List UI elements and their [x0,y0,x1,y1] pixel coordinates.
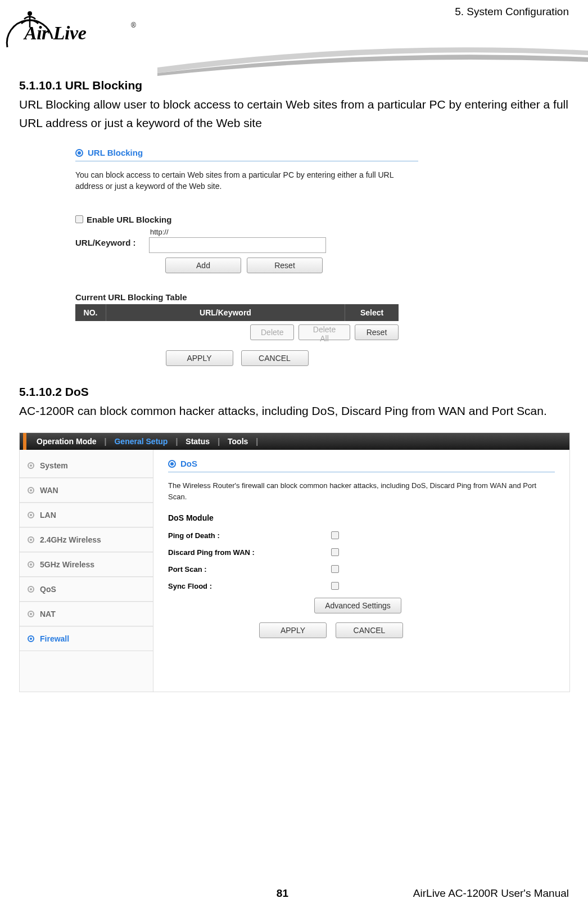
tab-tools[interactable]: Tools [222,437,254,446]
section-title: URL Blocking [65,79,142,92]
apply-cancel-row: APPLY CANCEL [75,350,399,366]
label-sync-flood: Sync Flood : [168,582,331,590]
dos-cancel-button[interactable]: CANCEL [336,622,403,638]
tab-status[interactable]: Status [180,437,215,446]
advanced-settings-button[interactable]: Advanced Settings [314,598,401,613]
row-discard-ping: Discard Ping from WAN : [168,544,555,561]
tab-operation-mode[interactable]: Operation Mode [31,437,102,446]
section-body-dos: AC-1200R can block common hacker attacks… [19,402,569,421]
url-keyword-row: URL/Keyword : http:// [75,228,418,253]
label-discard-ping: Discard Ping from WAN : [168,548,331,557]
radio-icon [28,561,34,568]
sidebar-item-firewall[interactable]: Firewall [20,626,153,651]
chapter-title: 5. System Configuration [455,6,569,18]
checkbox-port-scan[interactable] [331,565,339,573]
apply-button[interactable]: APPLY [166,350,233,366]
enable-url-blocking-checkbox[interactable] [75,215,83,223]
checkbox-discard-ping[interactable] [331,548,339,556]
url-keyword-input[interactable] [149,237,326,253]
logo-text: Air Live [24,22,86,44]
dos-body: System WAN LAN 2.4GHz Wireless 5GHz Wire… [20,450,569,692]
dos-main: DoS The Wireless Router's firewall can b… [153,450,569,692]
label-port-scan: Port Scan : [168,565,331,574]
logo-registered: ® [131,21,136,29]
row-ping-of-death: Ping of Death : [168,527,555,544]
radio-icon [28,611,34,617]
current-table-title: Current URL Blocking Table [75,292,418,302]
dos-description: The Wireless Router's firewall can block… [168,480,555,502]
dos-title: DoS [180,459,197,468]
panel-description: You can block access to certain Web site… [75,169,418,192]
page-content: 5.1.10.1 URL Blocking URL Blocking allow… [0,62,588,692]
manual-name: AirLive AC-1200R User's Manual [294,887,569,900]
http-prefix: http:// [150,228,326,236]
panel-title-row: URL Blocking [75,148,418,161]
panel-title: URL Blocking [88,148,143,157]
checkbox-ping-of-death[interactable] [331,531,339,539]
section-title-dos: DoS [65,385,89,398]
reset-table-button[interactable]: Reset [355,324,399,340]
add-button[interactable]: Add [165,258,241,273]
dos-apply-button[interactable]: APPLY [259,622,327,638]
checkbox-sync-flood[interactable] [331,582,339,590]
delete-all-button[interactable]: Delete All [298,324,350,340]
section-heading-url-blocking: 5.1.10.1 URL Blocking [19,79,569,92]
label-ping-of-death: Ping of Death : [168,531,331,540]
sidebar-item-wan[interactable]: WAN [20,478,153,503]
dos-apply-row: APPLY CANCEL [168,622,494,638]
header-swoosh-icon [157,45,588,76]
sidebar-item-24ghz[interactable]: 2.4GHz Wireless [20,527,153,552]
section-heading-dos: 5.1.10.2 DoS [19,385,569,399]
page-number: 81 [19,887,294,900]
page-header: 5. System Configuration Air Live ® [0,0,588,62]
radio-icon [28,512,34,518]
radio-icon [28,487,34,494]
reset-button[interactable]: Reset [247,258,323,273]
radio-icon [28,536,34,543]
url-blocking-panel: URL Blocking You can block access to cer… [75,145,418,366]
enable-url-blocking-label: Enable URL Blocking [87,215,171,224]
airlive-logo: Air Live ® [4,7,145,52]
th-url: URL/Keyword [106,304,345,321]
dos-module-title: DoS Module [168,513,555,522]
radio-icon [28,586,34,593]
url-blocking-table-header: NO. URL/Keyword Select [75,304,399,321]
sidebar-item-lan[interactable]: LAN [20,503,153,527]
radio-icon [28,635,34,642]
radio-icon [75,149,83,157]
page-footer: 81 AirLive AC-1200R User's Manual [0,887,588,900]
sidebar-item-system[interactable]: System [20,453,153,478]
radio-icon [28,462,34,469]
section-body-url-blocking: URL Blocking allow user to block access … [19,96,569,132]
url-keyword-label: URL/Keyword : [75,228,146,247]
section-number: 5.1.10.1 [19,79,62,92]
delete-buttons-row: Delete Delete All Reset [75,324,399,340]
section-number-dos: 5.1.10.2 [19,385,62,398]
radio-icon [168,460,176,468]
dos-title-row: DoS [168,459,555,472]
enable-url-blocking-row: Enable URL Blocking [75,215,418,224]
sidebar-item-5ghz[interactable]: 5GHz Wireless [20,552,153,577]
orange-accent-icon [23,433,26,450]
delete-button[interactable]: Delete [250,324,294,340]
sidebar: System WAN LAN 2.4GHz Wireless 5GHz Wire… [20,450,153,692]
row-sync-flood: Sync Flood : [168,577,555,594]
dos-panel: Operation Mode | General Setup | Status … [19,432,570,692]
th-select: Select [345,304,399,321]
row-port-scan: Port Scan : [168,561,555,577]
add-reset-row: Add Reset [165,258,418,273]
tab-general-setup[interactable]: General Setup [108,437,173,446]
sidebar-item-nat[interactable]: NAT [20,602,153,626]
advanced-settings-row: Advanced Settings [314,598,555,613]
cancel-button[interactable]: CANCEL [241,350,309,366]
top-tab-bar: Operation Mode | General Setup | Status … [20,433,569,450]
th-no: NO. [75,304,106,321]
sidebar-item-qos[interactable]: QoS [20,577,153,602]
